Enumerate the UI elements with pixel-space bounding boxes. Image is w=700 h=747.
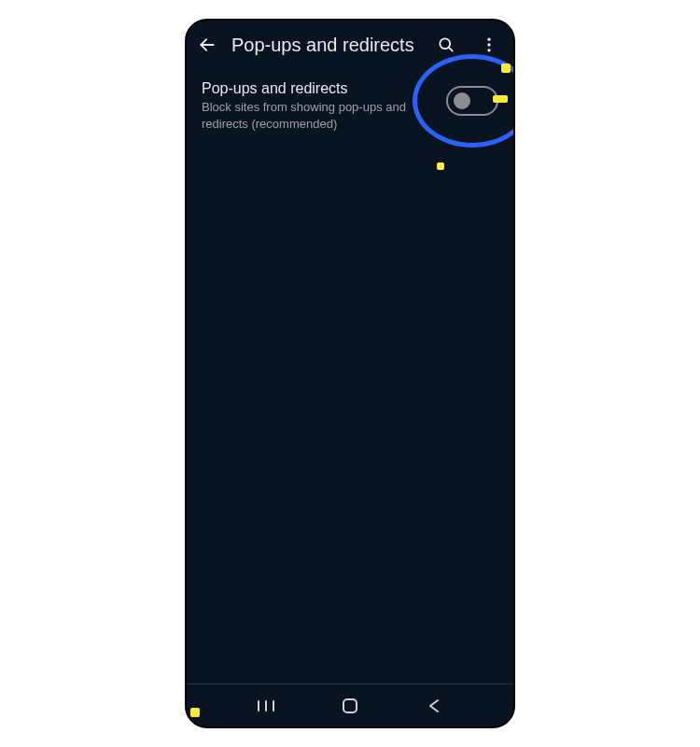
toggle-container xyxy=(446,86,498,116)
setting-text-block: Pop-ups and redirects Block sites from s… xyxy=(202,80,431,133)
artifact-dot xyxy=(437,162,444,170)
artifact-dot xyxy=(190,708,200,717)
artifact-dot xyxy=(501,63,511,73)
app-bar: Pop-ups and redirects xyxy=(187,21,513,69)
recents-button[interactable] xyxy=(255,695,277,717)
phone-screen: Pop-ups and redirects Pop-ups and redire… xyxy=(185,19,515,728)
popups-setting-row[interactable]: Pop-ups and redirects Block sites from s… xyxy=(202,80,498,133)
more-vert-icon[interactable] xyxy=(478,34,500,56)
toggle-thumb-icon xyxy=(454,92,470,109)
svg-rect-9 xyxy=(343,699,357,712)
svg-line-2 xyxy=(449,48,453,51)
system-nav-bar xyxy=(187,684,513,726)
back-arrow-icon[interactable] xyxy=(196,34,218,56)
artifact-dot xyxy=(493,95,508,103)
search-icon[interactable] xyxy=(435,34,457,56)
settings-content: Pop-ups and redirects Block sites from s… xyxy=(187,69,513,684)
page-title: Pop-ups and redirects xyxy=(231,35,418,56)
setting-subtitle: Block sites from showing pop-ups and red… xyxy=(202,99,431,133)
svg-point-3 xyxy=(487,38,490,41)
svg-point-5 xyxy=(487,49,490,51)
popups-toggle[interactable] xyxy=(446,86,498,116)
setting-title: Pop-ups and redirects xyxy=(202,80,431,97)
svg-point-4 xyxy=(487,43,490,46)
home-button[interactable] xyxy=(339,695,361,717)
back-button[interactable] xyxy=(423,695,445,717)
